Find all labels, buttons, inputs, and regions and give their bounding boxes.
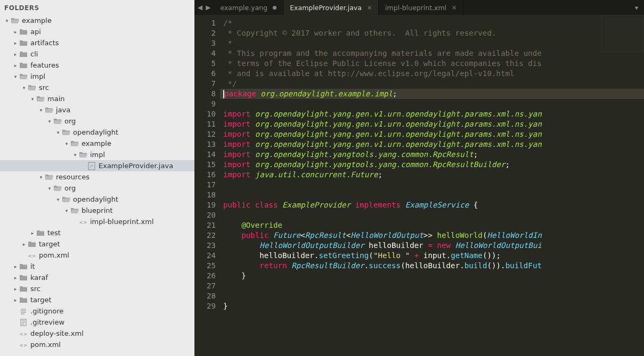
code-line[interactable]: public class ExampleProvider implements …: [220, 200, 644, 210]
nav-forward-icon[interactable]: ▶: [206, 4, 210, 11]
tree-row[interactable]: ▾example: [0, 138, 194, 149]
code-line[interactable]: [220, 291, 644, 301]
code-line[interactable]: import java.util.concurrent.Future;: [220, 170, 644, 180]
tree-row[interactable]: <>impl-blueprint.xml: [0, 216, 194, 227]
code-line[interactable]: [220, 281, 644, 291]
tree-row[interactable]: ▸target: [0, 238, 194, 250]
tree-row[interactable]: ▾src: [0, 82, 194, 93]
tree-row[interactable]: ▾java: [0, 104, 194, 115]
tree-row[interactable]: ▾impl: [0, 71, 194, 82]
nav-back-icon[interactable]: ◀: [198, 4, 202, 11]
code-line[interactable]: }: [220, 271, 644, 281]
tree-row[interactable]: ▸cli: [0, 48, 194, 60]
tree-row[interactable]: ▸api: [0, 26, 194, 37]
tree-row[interactable]: ▾opendaylight: [0, 194, 194, 205]
chevron-right-icon[interactable]: ▸: [13, 52, 18, 57]
code-line[interactable]: return RpcResultBuilder.success(helloBui…: [220, 261, 644, 271]
tree-row[interactable]: ▸src: [0, 283, 194, 294]
chevron-down-icon[interactable]: ▾: [38, 175, 44, 180]
code-line[interactable]: * Copyright © 2017 worker and others. Al…: [220, 28, 644, 38]
chevron-right-icon[interactable]: ▸: [13, 275, 18, 280]
tab-nav-arrows[interactable]: ◀ ▶: [194, 0, 214, 15]
code-line[interactable]: import org.opendaylight.yang.gen.v1.urn.…: [220, 119, 644, 129]
code-line[interactable]: HelloWorldOutputBuilder helloBuilder = n…: [220, 241, 644, 251]
code-line[interactable]: import org.opendaylight.yang.gen.v1.urn.…: [220, 139, 644, 150]
tree-row[interactable]: /*ExampleProvider.java: [0, 160, 194, 171]
code-line[interactable]: import org.opendaylight.yang.gen.v1.urn.…: [220, 129, 644, 139]
tab[interactable]: example.yang: [214, 0, 283, 15]
code-line[interactable]: @Override: [220, 220, 644, 230]
tree-row[interactable]: ▸artifacts: [0, 37, 194, 48]
tree-row[interactable]: ▸karaf: [0, 272, 194, 283]
chevron-down-icon[interactable]: ▾: [47, 119, 52, 124]
code-editor[interactable]: 1234567891011121314151617181920212223242…: [194, 15, 644, 356]
tree-row[interactable]: ▾impl: [0, 149, 194, 160]
chevron-down-icon[interactable]: ▾: [64, 208, 69, 213]
tree-row[interactable]: ▸test: [0, 227, 194, 238]
code-line[interactable]: helloBuilder.setGreeting("Hello " + inpu…: [220, 251, 644, 261]
code-line[interactable]: import org.opendaylight.yangtools.yang.c…: [220, 150, 644, 160]
tree-row[interactable]: ▾blueprint: [0, 205, 194, 216]
tree-row[interactable]: ▸features: [0, 60, 194, 71]
chevron-down-icon[interactable]: ▾: [21, 85, 27, 90]
chevron-down-icon[interactable]: ▾: [55, 130, 61, 135]
tree-row[interactable]: .gitignore: [0, 305, 194, 317]
tab-menu-button[interactable]: ▾: [629, 0, 644, 15]
chevron-down-icon[interactable]: ▾: [64, 141, 69, 146]
code-line[interactable]: }: [220, 301, 644, 311]
tree-row[interactable]: ▾org: [0, 183, 194, 194]
tab[interactable]: impl-blueprint.xml×: [379, 0, 463, 15]
tree-label: org: [64, 184, 194, 192]
chevron-right-icon[interactable]: ▸: [13, 286, 18, 292]
chevron-right-icon[interactable]: ▸: [13, 40, 18, 46]
code-line[interactable]: import org.opendaylight.yangtools.yang.c…: [220, 160, 644, 170]
tab-bar[interactable]: ◀ ▶ example.yangExampleProvider.java×imp…: [194, 0, 644, 15]
code-line[interactable]: *: [220, 38, 644, 48]
chevron-down-icon[interactable]: ▾: [72, 152, 78, 158]
tree-row[interactable]: ▸it: [0, 261, 194, 272]
tree-row[interactable]: ▾example: [0, 15, 194, 26]
chevron-down-icon[interactable]: ▾: [47, 186, 52, 191]
chevron-down-icon[interactable]: ▾: [55, 197, 61, 202]
code-line[interactable]: * This program and the accompanying mate…: [220, 48, 644, 59]
code-line[interactable]: [220, 180, 644, 190]
folder-tree[interactable]: ▾example▸api▸artifacts▸cli▸features▾impl…: [0, 15, 194, 350]
close-icon[interactable]: ×: [452, 4, 456, 11]
code-line[interactable]: public Future<RpcResult<HelloWorldOutput…: [220, 230, 644, 241]
chevron-right-icon[interactable]: ▸: [30, 230, 35, 236]
code-area[interactable]: /* * Copyright © 2017 worker and others.…: [220, 15, 644, 356]
code-line[interactable]: /*: [220, 18, 644, 28]
code-line[interactable]: * terms of the Eclipse Public License v1…: [220, 59, 644, 69]
folder-open-icon: [19, 72, 28, 81]
code-line[interactable]: package org.opendaylight.example.impl;: [220, 89, 644, 99]
code-line[interactable]: */: [220, 79, 644, 89]
chevron-right-icon[interactable]: ▸: [13, 264, 18, 269]
tree-row[interactable]: <>pom.xml: [0, 339, 194, 350]
tree-row[interactable]: <>deploy-site.xml: [0, 328, 194, 339]
svg-text:<>: <>: [19, 343, 27, 348]
tree-row[interactable]: <>pom.xml: [0, 250, 194, 261]
code-line[interactable]: import org.opendaylight.yang.gen.v1.urn.…: [220, 109, 644, 119]
tree-row[interactable]: ▾resources: [0, 171, 194, 183]
code-line[interactable]: [220, 190, 644, 200]
tree-row[interactable]: ▾org: [0, 115, 194, 127]
tab[interactable]: ExampleProvider.java×: [283, 0, 379, 15]
tree-row[interactable]: ▾opendaylight: [0, 127, 194, 138]
tree-label: it: [30, 262, 194, 270]
folder-sidebar[interactable]: FOLDERS ▾example▸api▸artifacts▸cli▸featu…: [0, 0, 194, 356]
chevron-right-icon[interactable]: ▸: [13, 29, 18, 35]
chevron-right-icon[interactable]: ▸: [13, 63, 18, 68]
chevron-down-icon[interactable]: ▾: [38, 107, 44, 113]
chevron-right-icon[interactable]: ▸: [13, 297, 18, 303]
tree-row[interactable]: ▸target: [0, 294, 194, 305]
chevron-down-icon[interactable]: ▾: [4, 18, 10, 23]
chevron-down-icon[interactable]: ▾: [30, 96, 35, 102]
tree-row[interactable]: .gitreview: [0, 317, 194, 328]
chevron-down-icon[interactable]: ▾: [13, 74, 18, 79]
code-line[interactable]: [220, 99, 644, 109]
close-icon[interactable]: ×: [367, 4, 372, 11]
code-line[interactable]: [220, 210, 644, 220]
chevron-right-icon[interactable]: ▸: [21, 242, 27, 247]
code-line[interactable]: * and is available at http://www.eclipse…: [220, 69, 644, 79]
tree-row[interactable]: ▾main: [0, 93, 194, 104]
